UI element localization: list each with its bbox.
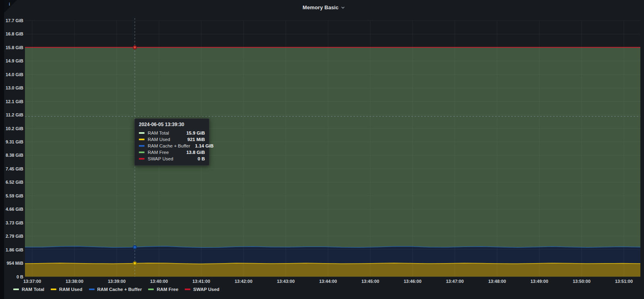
- series-swatch-icon: [185, 289, 190, 290]
- y-tick-label: 7.45 GiB: [6, 166, 23, 171]
- x-axis-labels: 13:37:0013:38:0013:39:0013:40:0013:41:00…: [23, 279, 633, 284]
- series-swatch-icon: [139, 132, 144, 134]
- legend-label: RAM Total: [22, 287, 44, 292]
- x-tick-label: 13:41:00: [192, 279, 210, 284]
- x-tick-label: 13:51:00: [615, 279, 633, 284]
- panel-title-text: Memory Basic: [303, 4, 339, 10]
- tooltip-series-value: 15.9 GiB: [186, 131, 205, 135]
- tooltip-row: RAM Used 921 MiB: [139, 136, 205, 143]
- y-tick-label: 9.31 GiB: [6, 139, 23, 144]
- x-tick-label: 13:50:00: [573, 279, 590, 284]
- legend-label: RAM Used: [59, 287, 83, 292]
- legend-label: RAM Free: [157, 287, 178, 292]
- y-tick-label: 1.86 GiB: [6, 247, 23, 252]
- hover-point-ram-cache-buffer: [133, 245, 136, 249]
- hover-tooltip: 2024-06-05 13:39:30 RAM Total 15.9 GiB R…: [134, 118, 209, 166]
- tooltip-series-value: 0 B: [198, 156, 205, 161]
- series-swatch-icon: [139, 152, 144, 153]
- hover-point-ram-used: [133, 262, 136, 265]
- tooltip-series-value: 1.14 GiB: [195, 143, 214, 148]
- legend-item-ram-cache-buffer[interactable]: RAM Cache + Buffer: [89, 287, 142, 292]
- series-swatch-icon: [139, 139, 144, 140]
- legend-item-swap-used[interactable]: SWAP Used: [185, 287, 219, 292]
- tooltip-timestamp: 2024-06-05 13:39:30: [139, 122, 205, 127]
- legend-item-ram-free[interactable]: RAM Free: [148, 287, 178, 292]
- x-tick-label: 13:42:00: [235, 279, 252, 284]
- tooltip-series-label: RAM Used: [148, 137, 183, 142]
- y-tick-label: 0 B: [17, 274, 23, 279]
- x-tick-label: 13:37:00: [23, 279, 41, 284]
- y-tick-label: 5.59 GiB: [6, 193, 23, 198]
- x-tick-label: 13:46:00: [404, 279, 421, 284]
- tooltip-row: SWAP Used 0 B: [139, 156, 205, 162]
- y-tick-label: 10.2 GiB: [6, 126, 23, 131]
- y-tick-label: 2.79 GiB: [6, 234, 23, 239]
- y-tick-label: 12.1 GiB: [6, 99, 23, 104]
- y-tick-label: 16.8 GiB: [6, 31, 23, 36]
- legend-label: SWAP Used: [193, 287, 219, 292]
- series-swatch-icon: [148, 289, 154, 290]
- x-tick-label: 13:47:00: [446, 279, 464, 284]
- y-tick-label: 15.8 GiB: [6, 45, 23, 50]
- y-tick-label: 8.38 GiB: [6, 153, 23, 158]
- series-swatch-icon: [13, 289, 19, 290]
- hover-point-swap-used: [133, 46, 136, 49]
- x-tick-label: 13:44:00: [319, 279, 337, 284]
- series-swatch-icon: [89, 289, 95, 290]
- series-swatch-icon: [51, 289, 56, 290]
- legend-label: RAM Cache + Buffer: [97, 287, 142, 292]
- x-tick-label: 13:38:00: [66, 279, 83, 284]
- tooltip-series-label: RAM Free: [148, 150, 182, 155]
- grafana-dashboard: { "panel": { "title": "Memory Basic", "i…: [0, 0, 644, 299]
- chevron-down-icon: [341, 5, 345, 10]
- y-tick-label: 11.2 GiB: [6, 112, 23, 117]
- legend-item-ram-total[interactable]: RAM Total: [13, 287, 44, 292]
- y-tick-label: 3.73 GiB: [6, 220, 23, 225]
- x-tick-label: 13:49:00: [530, 279, 548, 284]
- y-tick-label: 14.9 GiB: [6, 58, 23, 63]
- x-tick-label: 13:43:00: [277, 279, 295, 284]
- tooltip-series-label: SWAP Used: [148, 156, 193, 161]
- y-tick-label: 954 MiB: [6, 261, 23, 266]
- tooltip-series-value: 921 MiB: [188, 137, 205, 142]
- x-tick-label: 13:39:00: [108, 279, 126, 284]
- tooltip-row: RAM Cache + Buffer 1.14 GiB: [139, 143, 205, 149]
- legend: RAM Total RAM Used RAM Cache + Buffer RA…: [13, 287, 219, 292]
- y-tick-label: 14.0 GiB: [6, 72, 23, 77]
- panel-header: Memory Basic: [4, 0, 644, 15]
- x-tick-label: 13:40:00: [150, 279, 168, 284]
- y-tick-label: 13.0 GiB: [6, 85, 23, 90]
- tooltip-series-label: RAM Cache + Buffer: [148, 143, 190, 148]
- tooltip-row: RAM Total 15.9 GiB: [139, 130, 205, 136]
- legend-item-ram-used[interactable]: RAM Used: [51, 287, 83, 292]
- panel-title[interactable]: Memory Basic: [303, 4, 345, 10]
- series-swatch-icon: [139, 158, 144, 160]
- y-tick-label: 17.7 GiB: [6, 18, 23, 23]
- tooltip-series-label: RAM Total: [148, 131, 182, 135]
- y-tick-label: 6.52 GiB: [6, 180, 23, 185]
- tooltip-row: RAM Free 13.8 GiB: [139, 149, 205, 156]
- tooltip-series-value: 13.8 GiB: [186, 150, 205, 155]
- x-tick-label: 13:48:00: [488, 279, 506, 284]
- y-axis-labels: 0 B954 MiB1.86 GiB2.79 GiB3.73 GiB4.66 G…: [6, 18, 23, 279]
- memory-chart[interactable]: 0 B954 MiB1.86 GiB2.79 GiB3.73 GiB4.66 G…: [0, 0, 644, 299]
- series-swatch-icon: [139, 145, 144, 147]
- y-tick-label: 4.66 GiB: [6, 207, 23, 212]
- series-areas: [25, 48, 640, 277]
- x-tick-label: 13:45:00: [361, 279, 379, 284]
